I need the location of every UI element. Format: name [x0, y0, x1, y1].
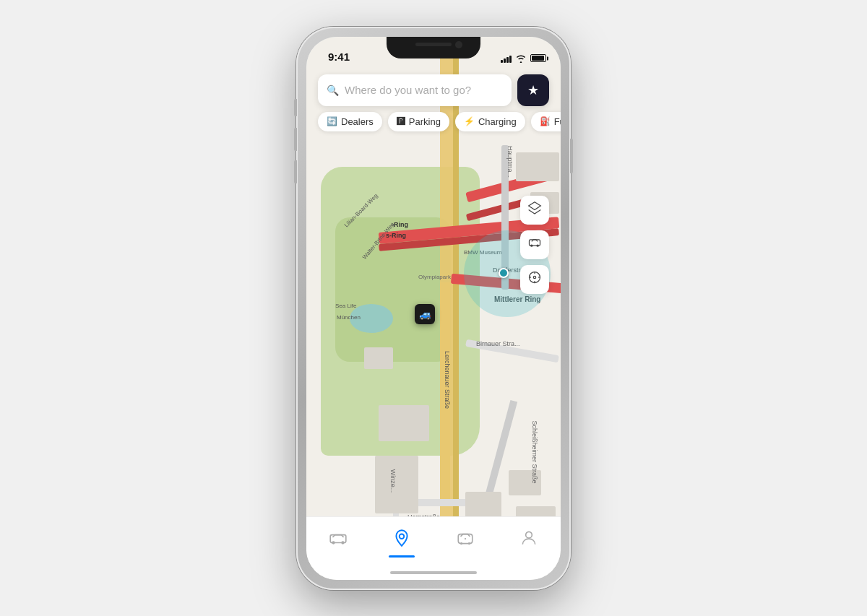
- wifi-icon: [515, 54, 527, 63]
- building-block: [516, 152, 559, 181]
- svg-point-13: [400, 534, 405, 539]
- status-time: 9:41: [328, 51, 350, 63]
- winz-label: Winze...: [389, 469, 397, 493]
- chip-dealers[interactable]: 🔄 Dealers: [318, 112, 382, 131]
- chip-dealers-label: Dealers: [341, 116, 374, 127]
- svg-point-3: [537, 245, 539, 247]
- chip-fuel-label: Fuel: [554, 116, 561, 127]
- nav-item-remote[interactable]: [434, 526, 497, 552]
- olympia-label: Olympiapark: [418, 274, 451, 280]
- nav-remote-icon: [456, 529, 475, 552]
- signal-icon: [501, 54, 512, 63]
- chip-charging[interactable]: ⚡ Charging: [455, 112, 525, 131]
- home-indicator: [390, 571, 477, 574]
- chip-parking[interactable]: 🅿 Parking: [388, 112, 449, 131]
- svg-point-16: [468, 542, 470, 544]
- fuel-icon: ⛽: [540, 116, 551, 126]
- schlei-road-label: Schleißheimer Straße: [531, 420, 538, 483]
- munchen-label: München: [337, 314, 361, 321]
- filter-chips-container: 🔄 Dealers 🅿 Parking ⚡ Charging ⛽ Fuel: [318, 112, 561, 131]
- svg-point-11: [332, 541, 335, 544]
- volume-up-button[interactable]: [294, 128, 297, 151]
- current-location-dot: [499, 268, 509, 278]
- battery-fill: [532, 56, 544, 61]
- lerchenauer-road-label: Lerchenauer Straße: [444, 350, 451, 408]
- nav-profile-icon: [519, 529, 538, 552]
- battery-icon: [530, 54, 546, 62]
- hauptm-road-label: Hauptma...: [506, 145, 514, 177]
- birnauer-road-label: Birnauer Stra...: [476, 340, 520, 347]
- map-controls: [520, 196, 549, 294]
- svg-point-12: [341, 541, 344, 544]
- search-icon: 🔍: [327, 84, 339, 96]
- bottom-nav: [306, 516, 561, 580]
- svg-point-5: [533, 276, 535, 278]
- layers-button[interactable]: [520, 196, 549, 225]
- chip-fuel[interactable]: ⛽ Fuel: [531, 112, 561, 131]
- svg-point-18: [526, 532, 532, 538]
- building-block: [379, 405, 429, 441]
- vehicle-view-button[interactable]: [520, 230, 549, 259]
- nav-active-indicator: [389, 555, 415, 558]
- layers-icon: [527, 201, 542, 219]
- chip-charging-label: Charging: [478, 116, 517, 127]
- charging-icon: ⚡: [464, 116, 475, 126]
- compass-button[interactable]: [520, 265, 549, 294]
- search-input-box[interactable]: 🔍 Where do you want to go?: [318, 74, 512, 106]
- compass-icon: [527, 270, 542, 288]
- dealers-icon: 🔄: [327, 116, 337, 126]
- signal-bar-1: [501, 60, 503, 63]
- sealife-label: Sea Life: [335, 303, 356, 309]
- search-placeholder: Where do you want to go?: [345, 84, 471, 96]
- nav-item-map[interactable]: [370, 526, 434, 552]
- phone-frame: -Ring s-Ring Mittlerer Ring Birnauer Str…: [296, 27, 571, 590]
- nav-item-car[interactable]: [306, 526, 370, 552]
- search-bar-container: 🔍 Where do you want to go? ★: [318, 74, 549, 106]
- silent-button[interactable]: [294, 99, 297, 116]
- parking-icon: 🅿: [397, 116, 405, 126]
- chip-parking-label: Parking: [409, 116, 441, 127]
- nav-map-icon: [392, 529, 411, 552]
- vehicle-icon: [527, 235, 542, 253]
- nav-item-profile[interactable]: [497, 526, 561, 552]
- nav-car-icon: [329, 529, 348, 552]
- svg-point-2: [530, 245, 532, 247]
- star-icon: ★: [527, 82, 539, 98]
- svg-point-15: [460, 542, 462, 544]
- signal-bar-4: [509, 56, 512, 63]
- volume-down-button[interactable]: [294, 160, 297, 183]
- svg-marker-0: [529, 202, 541, 210]
- speaker: [415, 43, 452, 46]
- car-icon: 🚙: [419, 308, 431, 320]
- power-button[interactable]: [570, 139, 573, 173]
- signal-bar-3: [506, 57, 509, 63]
- signal-bar-2: [504, 58, 506, 63]
- building-block: [364, 347, 393, 369]
- favorites-button[interactable]: ★: [517, 74, 549, 106]
- phone-body: -Ring s-Ring Mittlerer Ring Birnauer Str…: [296, 27, 571, 590]
- status-icons: [501, 54, 546, 63]
- phone-screen: -Ring s-Ring Mittlerer Ring Birnauer Str…: [306, 37, 561, 580]
- front-camera: [455, 41, 462, 48]
- screen-content: -Ring s-Ring Mittlerer Ring Birnauer Str…: [306, 37, 561, 580]
- notch: [387, 37, 480, 58]
- car-marker[interactable]: 🚙: [415, 304, 435, 324]
